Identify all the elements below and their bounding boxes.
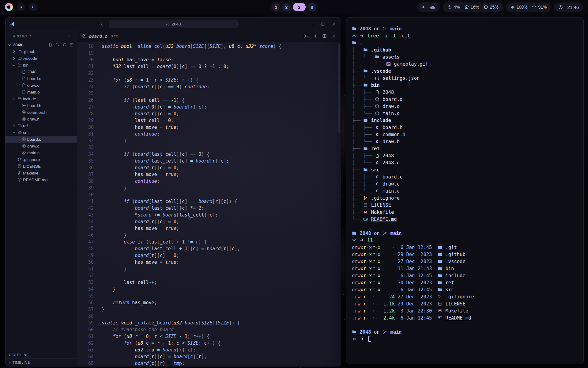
snow-icon bbox=[352, 33, 357, 38]
explorer-item-.vscode[interactable]: .vscode bbox=[6, 55, 77, 62]
terminal-line-tree: │ └── C 2048.c bbox=[352, 159, 578, 167]
chevron-spacer bbox=[12, 178, 16, 182]
run-button[interactable] bbox=[303, 33, 308, 39]
search-icon bbox=[165, 22, 169, 26]
ccircle-icon: C bbox=[22, 144, 26, 148]
scrollbar-thumb[interactable] bbox=[338, 44, 340, 133]
explorer-item-board.h[interactable]: Hboard.h bbox=[6, 102, 77, 109]
git-icon bbox=[438, 294, 443, 299]
new-folder-icon[interactable] bbox=[55, 43, 60, 47]
explorer-item-README.md[interactable]: README.md bbox=[6, 176, 77, 183]
explorer-item-common.h[interactable]: Hcommon.h bbox=[6, 109, 77, 116]
folder-icon bbox=[438, 266, 443, 270]
system-stats-widget[interactable]: 4% 16% 25% bbox=[443, 2, 503, 12]
clock-widget[interactable]: 21:46 bbox=[554, 2, 583, 12]
explorer-item-include[interactable]: include bbox=[6, 95, 77, 102]
folder-icon bbox=[352, 40, 357, 45]
code-area[interactable]: 18static bool _slide_col(u32 board[SIZE]… bbox=[77, 42, 341, 366]
explorer-item-2048[interactable]: 2048 bbox=[6, 41, 77, 48]
terminal-window[interactable]: 2048 on main tree -a -I .git .├── .githu… bbox=[346, 17, 584, 364]
search-box[interactable]: 2048 bbox=[109, 20, 238, 28]
code-line-50: 50 has_move = true; bbox=[77, 259, 341, 266]
breadcrumb-dir[interactable]: src bbox=[111, 34, 118, 38]
explorer-item-ref[interactable]: ref bbox=[6, 122, 77, 129]
explorer-item-Makefile[interactable]: Makefile bbox=[6, 170, 77, 176]
code-line-64: 64 board[r][c] = board[c][r]; bbox=[77, 353, 341, 360]
terminal-line-tree: ├── include bbox=[352, 117, 578, 124]
explorer-item-main.c[interactable]: Cmain.c bbox=[6, 149, 77, 156]
panel-outline[interactable]: OUTLINE bbox=[6, 351, 77, 358]
vscode-titlebar[interactable]: 2048 bbox=[6, 17, 341, 30]
explorer-more-button[interactable] bbox=[67, 34, 72, 38]
prompt-arrow-icon bbox=[360, 33, 364, 38]
explorer-item-LICENSE[interactable]: LICENSE bbox=[6, 163, 77, 170]
line-number: 61 bbox=[77, 333, 94, 340]
media-prev-button[interactable] bbox=[17, 3, 25, 11]
svg-text:C: C bbox=[84, 35, 85, 38]
close-button[interactable] bbox=[331, 22, 336, 26]
weather-widget[interactable] bbox=[417, 2, 440, 12]
explorer-item-bin[interactable]: bin bbox=[6, 62, 77, 68]
refresh-icon[interactable] bbox=[62, 43, 67, 47]
workspace-8[interactable]: 8 bbox=[308, 3, 316, 11]
terminal-cursor bbox=[368, 336, 371, 342]
terminal-line-ll: .rw-r--r-- 2.4k 6 Jan 12:45 README.md bbox=[352, 315, 578, 322]
minimize-button[interactable] bbox=[310, 22, 315, 26]
panel-timeline[interactable]: TIMELINE bbox=[6, 358, 77, 366]
cletter-icon: C bbox=[375, 188, 380, 193]
settings-gear-icon[interactable] bbox=[313, 34, 318, 38]
folder-icon bbox=[438, 245, 443, 249]
line-number: 41 bbox=[77, 198, 94, 205]
explorer-item-.github[interactable]: .github bbox=[6, 48, 77, 55]
svg-text:C: C bbox=[376, 189, 379, 193]
explorer-item-src[interactable]: src bbox=[6, 129, 77, 136]
terminal-line-ll: drwxr-xr-x - 6 Jan 12:45 include bbox=[352, 272, 578, 279]
line-number: 59 bbox=[77, 320, 94, 326]
explorer-item-draw.o[interactable]: draw.o bbox=[6, 82, 77, 89]
folderop-icon bbox=[17, 63, 22, 67]
workspace-3[interactable]: 3 bbox=[293, 3, 306, 11]
collapse-all-icon[interactable] bbox=[70, 43, 74, 47]
prompt-arrow-icon bbox=[360, 336, 364, 341]
close-editor-button[interactable] bbox=[331, 34, 336, 38]
split-editor-button[interactable] bbox=[322, 34, 327, 38]
code-line-51: 51 } bbox=[77, 266, 341, 272]
line-number: 49 bbox=[77, 252, 94, 259]
workspace-2[interactable]: 2 bbox=[282, 3, 291, 11]
explorer-item-board.c[interactable]: Cboard.c bbox=[6, 136, 77, 143]
code-line-33: 33 bbox=[77, 144, 341, 151]
hcircle-icon: H bbox=[22, 117, 26, 121]
explorer-item-2048[interactable]: 2048 bbox=[6, 68, 77, 75]
new-file-icon[interactable] bbox=[48, 43, 53, 47]
terminal-line-cmd: tree -a -I .git bbox=[352, 33, 578, 40]
distro-logo-icon[interactable] bbox=[5, 3, 13, 11]
back-button[interactable] bbox=[100, 22, 104, 26]
chevron-right-icon bbox=[12, 49, 16, 54]
explorer-item-board.o[interactable]: board.o bbox=[6, 75, 77, 82]
terminal-line-tree: │ ├── C board.c bbox=[352, 174, 578, 181]
code-line-38: 38 continue; bbox=[77, 178, 341, 185]
code-line-56: 56 return has_move; bbox=[77, 299, 341, 306]
maximize-button[interactable] bbox=[321, 22, 325, 26]
svg-text:C: C bbox=[376, 161, 379, 165]
explorer-item-label: .github bbox=[23, 49, 36, 54]
explorer-item-draw.c[interactable]: Cdraw.c bbox=[6, 143, 77, 149]
skip-previous-icon bbox=[19, 5, 23, 9]
explorer-item-draw.h[interactable]: Hdraw.h bbox=[6, 116, 77, 122]
breadcrumb-file[interactable]: board.c bbox=[89, 34, 107, 39]
memory-chip-icon bbox=[464, 5, 469, 10]
chevron-spacer bbox=[16, 110, 21, 115]
audio-network-widget[interactable]: 100% 91% bbox=[506, 2, 551, 12]
workspace-1[interactable]: 1 bbox=[272, 3, 280, 11]
explorer-item-main.o[interactable]: main.o bbox=[6, 89, 77, 95]
cletter-icon: C bbox=[375, 174, 380, 179]
explorer-item-.gitignore[interactable]: .gitignore bbox=[6, 156, 77, 163]
chevron-down-icon bbox=[7, 43, 12, 47]
media-next-button[interactable] bbox=[29, 3, 37, 11]
explorer-item-label: ref bbox=[23, 124, 28, 128]
terminal-line-blank bbox=[352, 322, 578, 329]
line-number: 18 bbox=[77, 43, 94, 50]
line-number: 33 bbox=[77, 144, 94, 151]
editor-scrollbar[interactable] bbox=[338, 42, 341, 366]
line-number: 31 bbox=[77, 131, 94, 137]
